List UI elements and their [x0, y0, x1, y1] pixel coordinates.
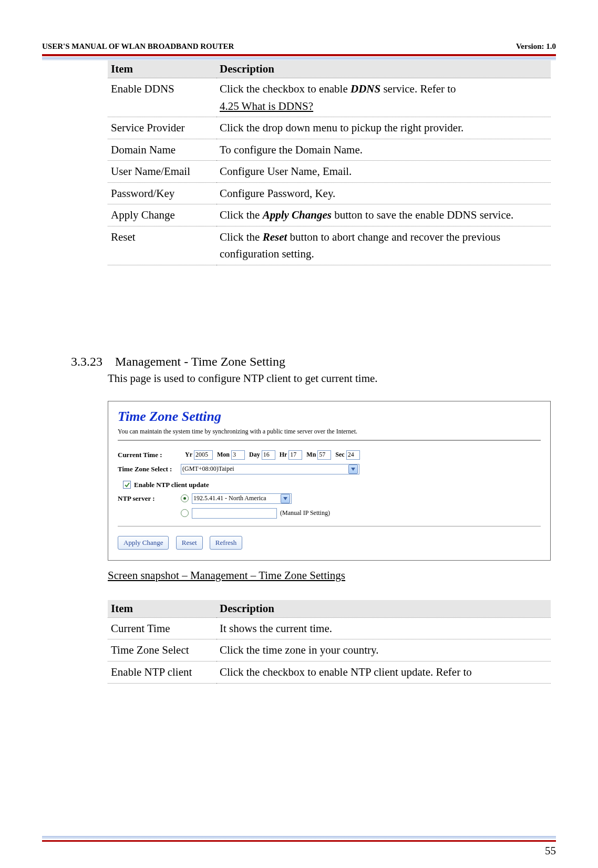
desc-cell: Configure Password, Key. [216, 182, 551, 204]
svg-marker-1 [283, 497, 287, 500]
table-row: Current Time It shows the current time. [108, 617, 551, 639]
table-row: Apply Change Click the Apply Changes but… [108, 204, 551, 226]
desc-cell: Click the time zone in your country. [216, 639, 551, 662]
item-cell: Current Time [108, 617, 216, 639]
item-cell: User Name/Email [108, 161, 216, 183]
header-red-line [42, 54, 556, 56]
sec-label: Sec [335, 451, 344, 459]
yr-input[interactable]: 2005 [194, 450, 213, 460]
sec-input[interactable]: 24 [346, 450, 360, 460]
section-heading: 3.3.23 Management - Time Zone Setting [71, 355, 551, 369]
tz-value: (GMT+08:00)Taipei [182, 465, 234, 473]
ss-title: Time Zone Setting [118, 409, 541, 425]
table-row: Time Zone Select Click the time zone in … [108, 639, 551, 662]
header-left: USER'S MANUAL OF WLAN BROADBAND ROUTER [42, 42, 234, 51]
desc-cell: To configure the Domain Name. [216, 139, 551, 161]
table-row: Enable NTP client Click the checkbox to … [108, 662, 551, 684]
ntp-manual-row: (Manual IP Setting) [118, 508, 541, 519]
page-header: USER'S MANUAL OF WLAN BROADBAND ROUTER V… [42, 42, 556, 51]
refresh-button[interactable]: Refresh [210, 536, 242, 550]
desc-cell: Click the Apply Changes button to save t… [216, 204, 551, 226]
timezone-row: Time Zone Select : (GMT+08:00)Taipei [118, 464, 541, 474]
desc-cell: Click the checkbox to enable DDNS servic… [216, 78, 551, 117]
button-row: Apply Change Reset Refresh [118, 536, 541, 550]
ntp-radio-preset[interactable] [181, 494, 189, 502]
ss-divider [118, 440, 541, 441]
hr-input[interactable]: 17 [288, 450, 302, 460]
item-cell: Time Zone Select [108, 639, 216, 662]
table2-head-item: Item [108, 600, 216, 618]
ntp-label: NTP server : [118, 494, 181, 503]
screenshot-caption: Screen snapshot – Management – Time Zone… [108, 569, 551, 582]
mon-label: Mon [217, 451, 230, 459]
enable-ntp-checkbox[interactable] [123, 481, 131, 489]
desc-cell: Click the checkbox to enable NTP client … [216, 662, 551, 684]
ntp-value: 192.5.41.41 - North America [193, 494, 266, 502]
ntp-manual-input[interactable] [192, 508, 277, 519]
mn-label: Mn [306, 451, 316, 459]
mon-input[interactable]: 3 [231, 450, 245, 460]
footer-gradient [42, 836, 556, 839]
timezone-screenshot: Time Zone Setting You can maintain the s… [108, 401, 551, 561]
ss-subtitle: You can maintain the system time by sync… [118, 428, 541, 436]
svg-marker-0 [351, 468, 355, 471]
section-number: 3.3.23 [71, 355, 102, 369]
current-time-label: Current Time : [118, 451, 181, 459]
ntp-server-row: NTP server : 192.5.41.41 - North America [118, 493, 541, 504]
ddns-link: 4.25 What is DDNS? [220, 100, 313, 112]
ntp-manual-label: (Manual IP Setting) [280, 509, 330, 517]
item-cell: Reset [108, 226, 216, 265]
desc-cell: It shows the current time. [216, 617, 551, 639]
item-cell: Password/Key [108, 182, 216, 204]
desc-cell: Click the Reset button to abort change a… [216, 226, 551, 265]
current-time-row: Current Time : Yr 2005 Mon 3 Day 16 Hr 1… [118, 450, 541, 460]
table-row: Password/Key Configure Password, Key. [108, 182, 551, 204]
ddns-table: Item Description Enable DDNS Click the c… [108, 60, 551, 265]
table1-head-item: Item [108, 60, 216, 78]
item-cell: Apply Change [108, 204, 216, 226]
ss-divider [118, 526, 541, 526]
table-row: Reset Click the Reset button to abort ch… [108, 226, 551, 265]
item-cell: Service Provider [108, 117, 216, 139]
table2-head-desc: Description [216, 600, 551, 618]
reset-button[interactable]: Reset [176, 536, 203, 550]
table-row: User Name/Email Configure User Name, Ema… [108, 161, 551, 183]
page-number: 55 [545, 844, 556, 857]
hr-label: Hr [280, 451, 287, 459]
section-description: This page is used to configure NTP clien… [108, 372, 551, 385]
item-cell: Enable DDNS [108, 78, 216, 117]
dropdown-arrow-icon [348, 464, 358, 474]
table-row: Service Provider Click the drop down men… [108, 117, 551, 139]
table-row: Domain Name To configure the Domain Name… [108, 139, 551, 161]
header-right: Version: 1.0 [516, 42, 556, 51]
table-row: Enable DDNS Click the checkbox to enable… [108, 78, 551, 117]
ntp-select[interactable]: 192.5.41.41 - North America [192, 493, 292, 504]
yr-label: Yr [185, 451, 192, 459]
timezone-table: Item Description Current Time It shows t… [108, 600, 551, 684]
tz-select[interactable]: (GMT+08:00)Taipei [181, 464, 359, 474]
enable-ntp-row: Enable NTP client update [123, 481, 541, 489]
tz-label: Time Zone Select : [118, 465, 181, 473]
section-title: Management - Time Zone Setting [115, 355, 285, 368]
item-cell: Domain Name [108, 139, 216, 161]
day-input[interactable]: 16 [262, 450, 275, 460]
apply-change-button[interactable]: Apply Change [118, 536, 169, 550]
desc-cell: Configure User Name, Email. [216, 161, 551, 183]
enable-ntp-label: Enable NTP client update [134, 481, 209, 489]
item-cell: Enable NTP client [108, 662, 216, 684]
day-label: Day [249, 451, 260, 459]
table1-head-desc: Description [216, 60, 551, 78]
mn-input[interactable]: 57 [317, 450, 331, 460]
desc-cell: Click the drop down menu to pickup the r… [216, 117, 551, 139]
dropdown-arrow-icon [281, 494, 290, 503]
page-footer: 55 [42, 836, 556, 842]
footer-red-line [42, 840, 556, 842]
ntp-radio-manual[interactable] [181, 509, 189, 517]
